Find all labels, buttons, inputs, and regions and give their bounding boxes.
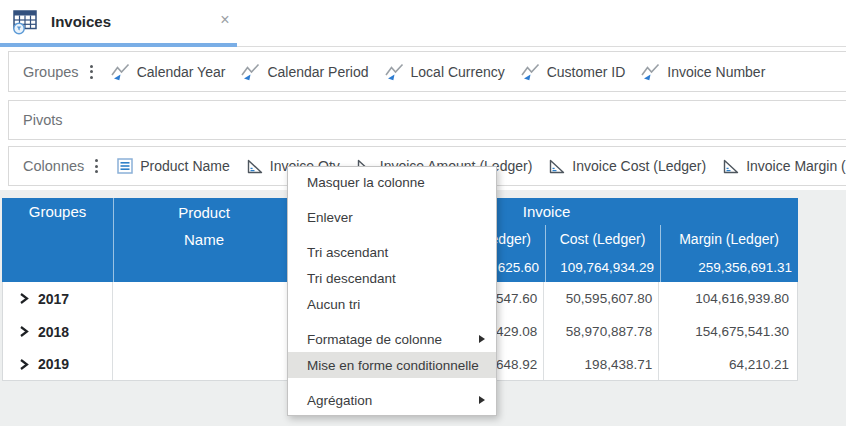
group-expander-2018[interactable]: 2018: [3, 315, 113, 348]
header-divider: [545, 225, 546, 282]
chevron-right-icon: [19, 292, 29, 305]
measure-icon: [246, 158, 264, 175]
cell-product: [113, 348, 295, 380]
pivots-zone-label: Pivots: [23, 112, 63, 128]
dimension-icon: [521, 63, 541, 81]
group-chip-calendar-period[interactable]: Calendar Period: [241, 63, 368, 81]
cell-product: [113, 315, 295, 348]
cell-cost: 50,595,607.80: [544, 282, 659, 315]
pivots-zone: Pivots: [8, 100, 846, 140]
column-chip-product-name[interactable]: Product Name: [116, 157, 229, 175]
menu-item-aucun-tri[interactable]: Aucun tri: [288, 291, 496, 317]
cell-cost: 198,438.71: [544, 348, 659, 380]
menu-item-masquer-la-colonne[interactable]: Masquer la colonne: [288, 169, 496, 195]
cell-product: [113, 282, 295, 315]
total-margin: 259,356,691.31: [660, 252, 798, 282]
column-chip-invoice-cost[interactable]: Invoice Cost (Ledger): [548, 158, 706, 175]
active-tab-indicator: [0, 43, 237, 47]
cell-margin: 104,616,939.80: [659, 282, 797, 315]
tab-bar: Invoices ×: [0, 0, 846, 47]
chevron-right-icon: [19, 358, 29, 371]
group-expander-2017[interactable]: 2017: [3, 282, 113, 315]
menu-item-enlever[interactable]: Enlever: [288, 204, 496, 230]
submenu-arrow-icon: [479, 335, 485, 343]
menu-item-mise-en-forme-conditionnelle[interactable]: Mise en forme conditionnelle: [288, 352, 496, 378]
cell-margin: 64,210.21: [659, 348, 797, 380]
list-attribute-icon: [116, 157, 134, 175]
menu-item-formatage-de-colonne[interactable]: Formatage de colonne: [288, 326, 496, 352]
group-chip-invoice-number[interactable]: Invoice Number: [641, 63, 765, 81]
dimension-icon: [241, 63, 261, 81]
header-divider: [660, 225, 661, 282]
tab-invoices[interactable]: Invoices: [0, 0, 237, 43]
submenu-arrow-icon: [479, 396, 485, 404]
tab-close-icon[interactable]: ×: [216, 11, 234, 31]
menu-item-agregation[interactable]: Agrégation: [288, 387, 496, 413]
header-divider: [113, 198, 114, 282]
dimension-icon: [641, 63, 661, 81]
tab-title: Invoices: [51, 13, 111, 30]
groups-zone-label: Groupes: [23, 64, 79, 80]
chevron-right-icon: [19, 325, 29, 338]
header-margin-ledger[interactable]: Margin (Ledger): [660, 225, 798, 252]
dimension-icon: [111, 63, 131, 81]
columns-menu-icon[interactable]: [93, 156, 100, 176]
group-chip-local-currency[interactable]: Local Currency: [385, 63, 505, 81]
cell-margin: 154,675,541.30: [659, 315, 797, 348]
menu-item-tri-descendant[interactable]: Tri descendant: [288, 265, 496, 291]
cell-cost: 58,970,887.78: [544, 315, 659, 348]
table-filter-icon: [12, 8, 39, 35]
columns-zone-label: Colonnes: [23, 158, 84, 174]
header-product-name[interactable]: Product Name: [113, 198, 295, 254]
group-expander-2019[interactable]: 2019: [3, 348, 113, 380]
header-groupes[interactable]: Groupes: [2, 198, 113, 225]
group-chip-customer-id[interactable]: Customer ID: [521, 63, 626, 81]
measure-icon: [722, 158, 740, 175]
groups-menu-icon[interactable]: [88, 62, 95, 82]
column-context-menu: Masquer la colonne Enlever Tri ascendant…: [287, 166, 497, 416]
header-cost-ledger[interactable]: Cost (Ledger): [545, 225, 660, 252]
group-chip-calendar-year[interactable]: Calendar Year: [111, 63, 226, 81]
app-window: Invoices × Groupes Calendar Year Calenda…: [0, 0, 846, 426]
groups-zone: Groupes Calendar Year Calendar Period Lo…: [8, 51, 846, 92]
column-chip-invoice-margin[interactable]: Invoice Margin (Ledger): [722, 158, 846, 175]
dimension-icon: [385, 63, 405, 81]
measure-icon: [548, 158, 566, 175]
total-cost: 109,764,934.29: [545, 252, 660, 282]
menu-item-tri-ascendant[interactable]: Tri ascendant: [288, 239, 496, 265]
